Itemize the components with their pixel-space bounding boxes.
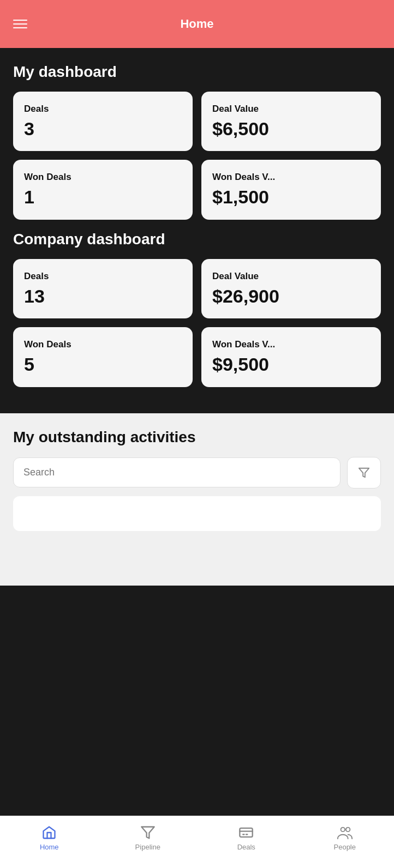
my-won-deals-card[interactable]: Won Deals 1 [13,160,193,219]
deals-icon [238,824,254,841]
my-deal-value-label: Deal Value [212,104,370,114]
my-dashboard-title: My dashboard [13,63,381,81]
company-won-deals-value-value: $9,500 [212,354,370,375]
svg-marker-0 [359,468,369,477]
svg-rect-2 [240,828,253,837]
nav-label-home: Home [40,843,59,851]
my-won-deals-value-card[interactable]: Won Deals V... $1,500 [201,160,381,219]
company-won-deals-value-label: Won Deals V... [212,339,370,350]
company-deal-value-card[interactable]: Deal Value $26,900 [201,259,381,318]
company-won-deals-card[interactable]: Won Deals 5 [13,327,193,387]
company-dashboard-cards: Deals 13 Deal Value $26,900 Won Deals 5 … [13,259,381,387]
activities-title: My outstanding activities [13,429,381,446]
app-header: Home [0,0,394,48]
svg-point-6 [341,828,345,832]
nav-item-people[interactable]: People [296,824,395,851]
nav-label-deals: Deals [237,843,255,851]
company-won-deals-label: Won Deals [24,339,182,350]
svg-marker-1 [141,827,154,839]
my-won-deals-value-label: Won Deals V... [212,172,370,183]
filter-button[interactable] [347,457,381,489]
header-title: Home [180,17,213,31]
nav-label-people: People [334,843,356,851]
company-dashboard-title: Company dashboard [13,231,381,248]
my-deals-label: Deals [24,104,182,114]
my-won-deals-value: 1 [24,187,182,207]
home-icon [41,824,57,841]
my-deals-card[interactable]: Deals 3 [13,92,193,151]
company-won-deals-value-card[interactable]: Won Deals V... $9,500 [201,327,381,387]
people-icon [337,824,353,841]
search-input-wrap [13,457,341,487]
nav-label-pipeline: Pipeline [135,843,160,851]
my-deal-value-value: $6,500 [212,119,370,139]
company-deal-value-value: $26,900 [212,286,370,306]
my-won-deals-label: Won Deals [24,172,182,183]
company-deals-value: 13 [24,286,182,306]
nav-item-deals[interactable]: Deals [197,824,296,851]
company-won-deals-value: 5 [24,354,182,375]
dark-section: My dashboard Deals 3 Deal Value $6,500 W… [0,48,394,413]
nav-item-pipeline[interactable]: Pipeline [99,824,198,851]
filter-icon [358,467,370,479]
company-deals-card[interactable]: Deals 13 [13,259,193,318]
company-deal-value-label: Deal Value [212,271,370,282]
company-deals-label: Deals [24,271,182,282]
menu-button[interactable] [13,20,27,28]
list-item-placeholder [13,496,381,531]
my-won-deals-value-value: $1,500 [212,187,370,207]
my-dashboard-cards: Deals 3 Deal Value $6,500 Won Deals 1 Wo… [13,92,381,220]
light-section: My outstanding activities [0,413,394,586]
search-input[interactable] [23,467,330,478]
bottom-navigation: Home Pipeline Deals [0,816,394,868]
my-deal-value-card[interactable]: Deal Value $6,500 [201,92,381,151]
search-container [13,457,381,489]
pipeline-icon [140,824,156,841]
nav-item-home[interactable]: Home [0,824,99,851]
svg-point-7 [346,828,350,832]
my-deals-value: 3 [24,119,182,139]
